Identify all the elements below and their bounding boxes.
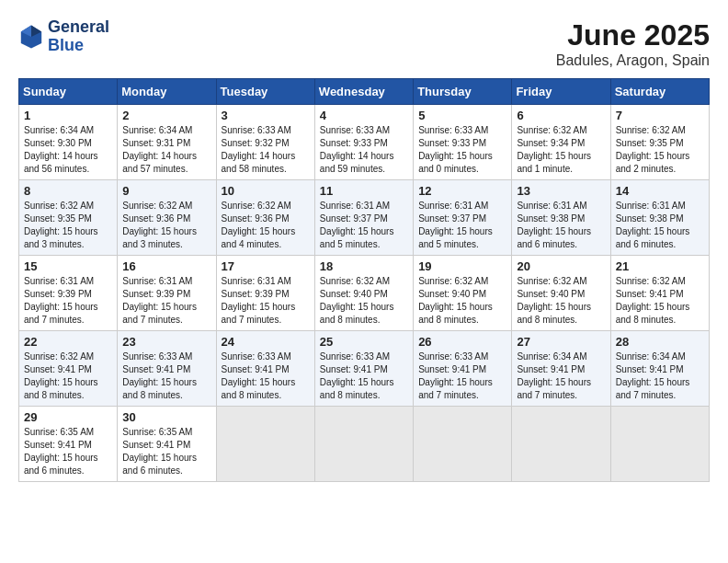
calendar-cell: 17Sunrise: 6:31 AM Sunset: 9:39 PM Dayli… xyxy=(216,256,314,331)
day-info: Sunrise: 6:31 AM Sunset: 9:37 PM Dayligh… xyxy=(320,200,408,251)
calendar-cell: 27Sunrise: 6:34 AM Sunset: 9:41 PM Dayli… xyxy=(512,331,610,407)
day-info: Sunrise: 6:34 AM Sunset: 9:41 PM Dayligh… xyxy=(517,350,605,402)
day-number: 18 xyxy=(320,259,408,273)
calendar-cell xyxy=(216,407,314,482)
day-info: Sunrise: 6:34 AM Sunset: 9:31 PM Dayligh… xyxy=(122,124,210,176)
day-number: 23 xyxy=(122,335,210,349)
day-info: Sunrise: 6:32 AM Sunset: 9:40 PM Dayligh… xyxy=(517,275,605,327)
day-info: Sunrise: 6:32 AM Sunset: 9:36 PM Dayligh… xyxy=(222,200,310,251)
month-title: June 2025 xyxy=(556,18,710,52)
calendar-cell: 16Sunrise: 6:31 AM Sunset: 9:39 PM Dayli… xyxy=(118,256,216,331)
day-number: 15 xyxy=(24,259,112,273)
header: General Blue June 2025 Badules, Aragon, … xyxy=(18,18,710,69)
calendar-cell: 9Sunrise: 6:32 AM Sunset: 9:36 PM Daylig… xyxy=(118,180,216,256)
day-number: 19 xyxy=(418,259,506,273)
day-info: Sunrise: 6:32 AM Sunset: 9:35 PM Dayligh… xyxy=(616,124,704,176)
day-number: 2 xyxy=(122,109,210,122)
header-tuesday: Tuesday xyxy=(216,79,314,105)
calendar-cell: 19Sunrise: 6:32 AM Sunset: 9:40 PM Dayli… xyxy=(414,256,512,331)
header-monday: Monday xyxy=(118,79,216,105)
day-info: Sunrise: 6:33 AM Sunset: 9:41 PM Dayligh… xyxy=(222,350,310,402)
day-number: 29 xyxy=(24,410,112,424)
calendar-week-3: 15Sunrise: 6:31 AM Sunset: 9:39 PM Dayli… xyxy=(19,256,710,331)
day-info: Sunrise: 6:35 AM Sunset: 9:41 PM Dayligh… xyxy=(24,426,112,477)
calendar-cell xyxy=(414,407,512,482)
day-number: 3 xyxy=(222,109,310,122)
day-info: Sunrise: 6:33 AM Sunset: 9:32 PM Dayligh… xyxy=(222,124,310,176)
calendar-cell: 18Sunrise: 6:32 AM Sunset: 9:40 PM Dayli… xyxy=(314,256,413,331)
calendar-table: SundayMondayTuesdayWednesdayThursdayFrid… xyxy=(18,78,710,482)
day-info: Sunrise: 6:33 AM Sunset: 9:33 PM Dayligh… xyxy=(320,124,408,176)
header-friday: Friday xyxy=(512,79,610,105)
day-number: 25 xyxy=(320,335,408,349)
calendar-cell: 24Sunrise: 6:33 AM Sunset: 9:41 PM Dayli… xyxy=(216,331,314,407)
day-number: 20 xyxy=(517,259,605,273)
calendar-cell: 6Sunrise: 6:32 AM Sunset: 9:34 PM Daylig… xyxy=(512,105,610,180)
day-info: Sunrise: 6:33 AM Sunset: 9:41 PM Dayligh… xyxy=(418,350,506,402)
calendar-cell: 22Sunrise: 6:32 AM Sunset: 9:41 PM Dayli… xyxy=(19,331,118,407)
day-number: 14 xyxy=(616,184,704,198)
calendar-cell: 23Sunrise: 6:33 AM Sunset: 9:41 PM Dayli… xyxy=(118,331,216,407)
calendar-cell: 25Sunrise: 6:33 AM Sunset: 9:41 PM Dayli… xyxy=(314,331,413,407)
day-number: 13 xyxy=(517,184,605,198)
day-info: Sunrise: 6:33 AM Sunset: 9:41 PM Dayligh… xyxy=(122,350,210,402)
day-number: 26 xyxy=(418,335,506,349)
day-info: Sunrise: 6:32 AM Sunset: 9:36 PM Dayligh… xyxy=(122,200,210,251)
day-number: 11 xyxy=(320,184,408,198)
header-thursday: Thursday xyxy=(414,79,512,105)
location: Badules, Aragon, Spain xyxy=(556,52,710,69)
day-number: 30 xyxy=(122,410,210,424)
header-wednesday: Wednesday xyxy=(314,79,413,105)
day-number: 10 xyxy=(222,184,310,198)
day-info: Sunrise: 6:32 AM Sunset: 9:41 PM Dayligh… xyxy=(24,350,112,402)
header-sunday: Sunday xyxy=(19,79,118,105)
logo-text: General Blue xyxy=(48,18,109,55)
day-number: 5 xyxy=(418,109,506,122)
day-info: Sunrise: 6:35 AM Sunset: 9:41 PM Dayligh… xyxy=(122,426,210,477)
calendar-week-5: 29Sunrise: 6:35 AM Sunset: 9:41 PM Dayli… xyxy=(19,407,710,482)
day-info: Sunrise: 6:31 AM Sunset: 9:38 PM Dayligh… xyxy=(517,200,605,251)
day-info: Sunrise: 6:31 AM Sunset: 9:39 PM Dayligh… xyxy=(222,275,310,327)
calendar-cell: 28Sunrise: 6:34 AM Sunset: 9:41 PM Dayli… xyxy=(610,331,709,407)
calendar-week-2: 8Sunrise: 6:32 AM Sunset: 9:35 PM Daylig… xyxy=(19,180,710,256)
calendar-cell: 14Sunrise: 6:31 AM Sunset: 9:38 PM Dayli… xyxy=(610,180,709,256)
title-section: June 2025 Badules, Aragon, Spain xyxy=(556,18,710,69)
calendar-cell: 4Sunrise: 6:33 AM Sunset: 9:33 PM Daylig… xyxy=(314,105,413,180)
calendar-cell: 15Sunrise: 6:31 AM Sunset: 9:39 PM Dayli… xyxy=(19,256,118,331)
day-info: Sunrise: 6:32 AM Sunset: 9:40 PM Dayligh… xyxy=(418,275,506,327)
day-info: Sunrise: 6:31 AM Sunset: 9:38 PM Dayligh… xyxy=(616,200,704,251)
calendar-header-row: SundayMondayTuesdayWednesdayThursdayFrid… xyxy=(19,79,710,105)
day-info: Sunrise: 6:34 AM Sunset: 9:41 PM Dayligh… xyxy=(616,350,704,402)
day-number: 24 xyxy=(222,335,310,349)
day-info: Sunrise: 6:32 AM Sunset: 9:40 PM Dayligh… xyxy=(320,275,408,327)
calendar-cell: 30Sunrise: 6:35 AM Sunset: 9:41 PM Dayli… xyxy=(118,407,216,482)
day-number: 9 xyxy=(122,184,210,198)
logo: General Blue xyxy=(18,18,109,55)
calendar-cell: 29Sunrise: 6:35 AM Sunset: 9:41 PM Dayli… xyxy=(19,407,118,482)
calendar-week-4: 22Sunrise: 6:32 AM Sunset: 9:41 PM Dayli… xyxy=(19,331,710,407)
day-info: Sunrise: 6:32 AM Sunset: 9:34 PM Dayligh… xyxy=(517,124,605,176)
day-info: Sunrise: 6:33 AM Sunset: 9:41 PM Dayligh… xyxy=(320,350,408,402)
day-number: 16 xyxy=(122,259,210,273)
day-info: Sunrise: 6:31 AM Sunset: 9:37 PM Dayligh… xyxy=(418,200,506,251)
calendar-cell xyxy=(314,407,413,482)
day-info: Sunrise: 6:32 AM Sunset: 9:35 PM Dayligh… xyxy=(24,200,112,251)
calendar-cell: 1Sunrise: 6:34 AM Sunset: 9:30 PM Daylig… xyxy=(19,105,118,180)
calendar-cell: 2Sunrise: 6:34 AM Sunset: 9:31 PM Daylig… xyxy=(118,105,216,180)
calendar-cell xyxy=(512,407,610,482)
calendar-cell: 11Sunrise: 6:31 AM Sunset: 9:37 PM Dayli… xyxy=(314,180,413,256)
calendar-cell: 5Sunrise: 6:33 AM Sunset: 9:33 PM Daylig… xyxy=(414,105,512,180)
day-info: Sunrise: 6:32 AM Sunset: 9:41 PM Dayligh… xyxy=(616,275,704,327)
calendar-cell: 26Sunrise: 6:33 AM Sunset: 9:41 PM Dayli… xyxy=(414,331,512,407)
day-number: 22 xyxy=(24,335,112,349)
calendar-cell: 13Sunrise: 6:31 AM Sunset: 9:38 PM Dayli… xyxy=(512,180,610,256)
day-number: 17 xyxy=(222,259,310,273)
day-number: 1 xyxy=(24,109,112,122)
day-info: Sunrise: 6:31 AM Sunset: 9:39 PM Dayligh… xyxy=(24,275,112,327)
day-number: 8 xyxy=(24,184,112,198)
calendar-cell: 20Sunrise: 6:32 AM Sunset: 9:40 PM Dayli… xyxy=(512,256,610,331)
day-number: 12 xyxy=(418,184,506,198)
day-info: Sunrise: 6:31 AM Sunset: 9:39 PM Dayligh… xyxy=(122,275,210,327)
day-number: 6 xyxy=(517,109,605,122)
header-saturday: Saturday xyxy=(610,79,709,105)
